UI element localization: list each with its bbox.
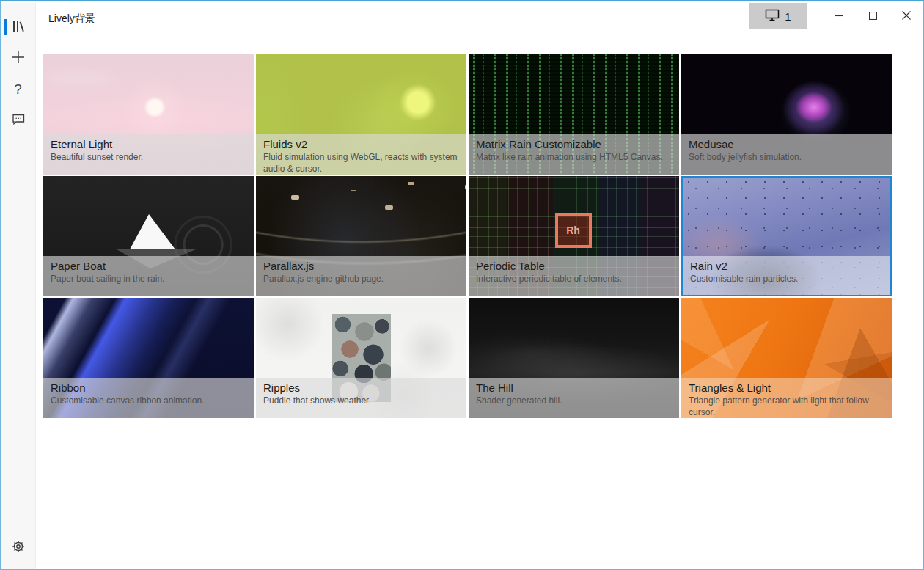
tile-info-band: Triangles & LightTriangle pattern genera… bbox=[681, 378, 892, 418]
wallpaper-title: Rain v2 bbox=[690, 259, 883, 273]
wallpaper-tile-eternal-light[interactable]: Eternal LightBeautiful sunset render. bbox=[43, 54, 254, 175]
maximize-button[interactable] bbox=[856, 3, 890, 29]
display-select-button[interactable]: 1 bbox=[749, 3, 807, 29]
sidebar: ? bbox=[1, 3, 36, 569]
wallpaper-title: Periodic Table bbox=[476, 259, 672, 273]
minimize-icon bbox=[835, 11, 843, 22]
wallpaper-tile-rain-v2[interactable]: Rain v2Customisable rain particles. bbox=[681, 176, 892, 296]
wallpaper-tile-parallax-js[interactable]: Parallax.jsParallax.js engine github pag… bbox=[256, 176, 466, 296]
sidebar-item-add-wallpaper[interactable] bbox=[1, 43, 35, 73]
wallpaper-title: Matrix Rain Customizable bbox=[476, 137, 672, 151]
wallpaper-description: Puddle that shows weather. bbox=[263, 395, 459, 406]
wallpaper-title: Triangles & Light bbox=[689, 381, 884, 395]
wallpaper-title: Parallax.js bbox=[263, 259, 459, 273]
wallpaper-description: Soft body jellyfish simulation. bbox=[689, 151, 884, 163]
wallpaper-tile-ribbon[interactable]: RibbonCustomisable canvas ribbon animati… bbox=[43, 298, 254, 418]
monitor-icon bbox=[765, 9, 780, 23]
sidebar-item-help[interactable]: ? bbox=[1, 73, 35, 104]
wallpaper-title: Paper Boat bbox=[51, 259, 246, 273]
wallpaper-description: Customisable rain particles. bbox=[690, 273, 883, 285]
tile-info-band: RibbonCustomisable canvas ribbon animati… bbox=[43, 378, 254, 418]
wallpaper-title: Fluids v2 bbox=[263, 137, 459, 151]
wallpaper-description: Matrix like rain animation using HTML5 C… bbox=[476, 151, 672, 163]
tile-info-band: Matrix Rain CustomizableMatrix like rain… bbox=[469, 134, 679, 175]
sidebar-item-library[interactable] bbox=[1, 12, 35, 43]
wallpaper-title: Ripples bbox=[263, 381, 459, 395]
tile-info-band: The HillShader generated hill. bbox=[469, 378, 679, 418]
tile-info-band: MedusaeSoft body jellyfish simulation. bbox=[681, 134, 892, 175]
wallpaper-grid: Eternal LightBeautiful sunset render.Flu… bbox=[43, 54, 892, 418]
wallpaper-title: Medusae bbox=[689, 137, 884, 151]
wallpaper-tile-triangles-light[interactable]: Triangles & LightTriangle pattern genera… bbox=[681, 298, 892, 418]
display-count: 1 bbox=[785, 10, 791, 23]
wallpaper-description: Fluid simulation using WebGL, reacts wit… bbox=[263, 151, 459, 175]
wallpaper-description: Triangle pattern generator with light th… bbox=[689, 395, 884, 418]
wallpaper-description: Interactive periodic table of elements. bbox=[476, 273, 672, 285]
tile-info-band: Parallax.jsParallax.js engine github pag… bbox=[256, 256, 466, 296]
wallpaper-title: The Hill bbox=[476, 381, 672, 395]
titlebar: Lively背景 1 bbox=[36, 3, 923, 36]
plus-icon bbox=[11, 50, 26, 67]
close-button[interactable] bbox=[890, 3, 923, 29]
sidebar-item-settings[interactable] bbox=[1, 532, 35, 563]
titlebar-controls: 1 bbox=[749, 3, 923, 29]
page-title: Lively背景 bbox=[48, 12, 95, 26]
tile-info-band: Paper BoatPaper boat sailing in the rain… bbox=[43, 256, 254, 296]
wallpaper-title: Ribbon bbox=[51, 381, 246, 395]
sidebar-item-feedback[interactable] bbox=[1, 104, 35, 135]
wallpaper-description: Shader generated hill. bbox=[476, 395, 672, 406]
tile-info-band: Rain v2Customisable rain particles. bbox=[683, 256, 890, 295]
wallpaper-tile-ripples[interactable]: RipplesPuddle that shows weather. bbox=[256, 298, 466, 418]
tile-info-band: Eternal LightBeautiful sunset render. bbox=[43, 134, 254, 175]
close-icon bbox=[902, 11, 911, 22]
minimize-button[interactable] bbox=[822, 3, 856, 29]
wallpaper-description: Paper boat sailing in the rain. bbox=[51, 273, 246, 285]
library-icon bbox=[11, 19, 26, 36]
tile-info-band: Periodic TableInteractive periodic table… bbox=[469, 256, 679, 296]
wallpaper-tile-matrix-rain-customizable[interactable]: Matrix Rain CustomizableMatrix like rain… bbox=[469, 54, 679, 175]
maximize-icon bbox=[869, 11, 877, 22]
feedback-icon bbox=[11, 112, 26, 128]
wallpaper-tile-periodic-table[interactable]: RhPeriodic TableInteractive periodic tab… bbox=[469, 176, 679, 296]
tile-info-band: Fluids v2Fluid simulation using WebGL, r… bbox=[256, 134, 466, 175]
wallpaper-tile-paper-boat[interactable]: Paper BoatPaper boat sailing in the rain… bbox=[43, 176, 254, 296]
wallpaper-description: Customisable canvas ribbon animation. bbox=[51, 395, 246, 406]
tile-info-band: RipplesPuddle that shows weather. bbox=[256, 378, 466, 418]
wallpaper-title: Eternal Light bbox=[51, 137, 246, 151]
wallpaper-description: Beautiful sunset render. bbox=[51, 151, 246, 163]
wallpaper-description: Parallax.js engine github page. bbox=[263, 273, 459, 285]
app-window: Lively背景 1 bbox=[0, 0, 924, 570]
question-icon: ? bbox=[14, 82, 22, 96]
wallpaper-tile-fluids-v2[interactable]: Fluids v2Fluid simulation using WebGL, r… bbox=[256, 54, 466, 175]
wallpaper-tile-the-hill[interactable]: The HillShader generated hill. bbox=[469, 298, 679, 418]
wallpaper-tile-medusae[interactable]: MedusaeSoft body jellyfish simulation. bbox=[681, 54, 892, 175]
gear-icon bbox=[10, 538, 26, 557]
highlighted-element-label: Rh bbox=[555, 213, 592, 248]
